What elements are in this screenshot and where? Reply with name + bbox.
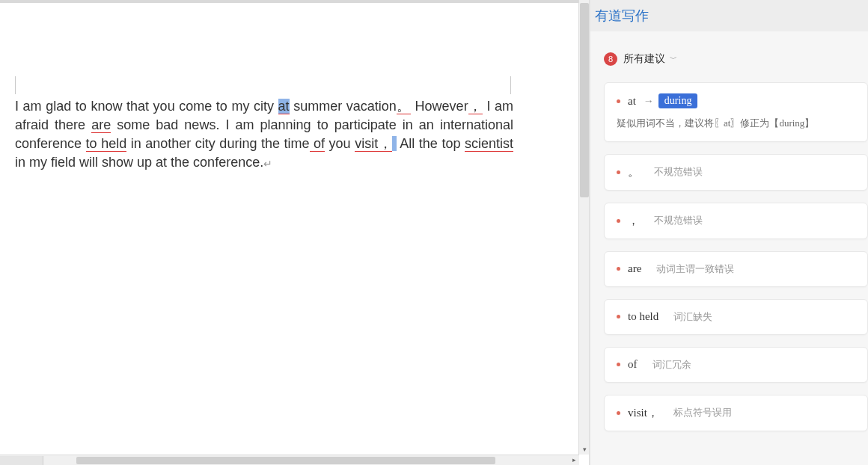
all-suggestions-toggle[interactable]: 8 所有建议 ﹀ bbox=[604, 52, 868, 66]
panel-body: 8 所有建议 ﹀ at → during 疑似用词不当，建议将〖at〗修正为【d… bbox=[590, 31, 868, 465]
dot-icon bbox=[617, 267, 620, 271]
dot-icon bbox=[617, 315, 620, 318]
err-are[interactable]: are bbox=[91, 117, 111, 133]
err-of[interactable]: of bbox=[310, 136, 326, 152]
suggestion-desc: 词汇冗余 bbox=[652, 358, 691, 372]
arrow-right-icon: → bbox=[644, 95, 654, 107]
suggestion-key: at bbox=[628, 95, 636, 108]
suggestion-card[interactable]: to held 词汇缺失 bbox=[604, 299, 868, 335]
text: All the top bbox=[397, 136, 465, 151]
dot-icon bbox=[617, 99, 620, 103]
err-punct-comma[interactable]: ， bbox=[468, 99, 483, 114]
suggestion-row: at → during bbox=[617, 93, 855, 108]
suggestion-key: ， bbox=[628, 214, 639, 228]
suggestion-desc: 标点符号误用 bbox=[673, 406, 732, 419]
panel-header: 有道写作 bbox=[590, 0, 868, 31]
suggestion-row: 。 不规范错误 bbox=[617, 165, 855, 179]
suggestion-row: of 词汇冗余 bbox=[617, 358, 855, 372]
document-text[interactable]: I am glad to know that you come to my ci… bbox=[15, 97, 513, 173]
scroll-right-icon[interactable]: ▸ bbox=[572, 456, 576, 464]
suggestion-desc: 不规范错误 bbox=[654, 214, 703, 227]
suggestion-card[interactable]: ， 不规范错误 bbox=[604, 203, 868, 239]
err-visit[interactable]: visit， bbox=[355, 136, 392, 152]
suggestion-card[interactable]: visit， 标点符号误用 bbox=[604, 395, 868, 431]
horizontal-scrollbar[interactable]: ▸ bbox=[0, 455, 579, 465]
text: However bbox=[411, 99, 468, 114]
suggestion-replacement[interactable]: during bbox=[658, 93, 698, 108]
vertical-scrollbar-thumb[interactable] bbox=[580, 3, 589, 197]
suggestion-card-expanded[interactable]: at → during 疑似用词不当，建议将〖at〗修正为【during】 bbox=[604, 82, 868, 142]
panel-title: 有道写作 bbox=[595, 7, 649, 25]
suggestion-row: ， 不规范错误 bbox=[617, 214, 855, 228]
suggestion-row: visit， 标点符号误用 bbox=[617, 406, 855, 420]
suggestions-panel: 有道写作 8 所有建议 ﹀ at → during 疑似用词不当，建议将〖at〗… bbox=[590, 0, 868, 465]
text: you bbox=[325, 136, 355, 151]
scroll-down-icon[interactable]: ▾ bbox=[581, 446, 588, 453]
text: I am glad to know that you come to my ci… bbox=[15, 99, 278, 114]
text: in my field will show up at the conferen… bbox=[15, 155, 263, 170]
suggestion-key: are bbox=[628, 262, 641, 275]
suggestion-card[interactable]: are 动词主谓一致错误 bbox=[604, 251, 868, 287]
suggestion-desc: 动词主谓一致错误 bbox=[656, 262, 734, 276]
hscroll-left-box[interactable] bbox=[0, 456, 43, 465]
paragraph-mark-icon: ↵ bbox=[263, 158, 272, 170]
dot-icon bbox=[617, 411, 620, 415]
dot-icon bbox=[617, 219, 620, 223]
suggestion-row: to held 词汇缺失 bbox=[617, 310, 855, 324]
err-punct-dot[interactable]: 。 bbox=[397, 99, 411, 114]
suggestion-key: 。 bbox=[628, 165, 639, 179]
chevron-down-icon: ﹀ bbox=[670, 54, 677, 64]
suggestion-detail: 疑似用词不当，建议将〖at〗修正为【during】 bbox=[617, 116, 855, 131]
suggestion-key: to held bbox=[628, 310, 658, 323]
err-toheld[interactable]: to held bbox=[86, 136, 127, 152]
suggestion-desc: 词汇缺失 bbox=[673, 310, 712, 324]
vertical-scrollbar[interactable]: ▾ bbox=[578, 0, 589, 455]
editor-pane: I am glad to know that you come to my ci… bbox=[0, 0, 590, 465]
text: in another city during the time bbox=[126, 136, 309, 151]
suggestion-count-badge: 8 bbox=[604, 52, 617, 66]
suggestion-row: are 动词主谓一致错误 bbox=[617, 262, 855, 276]
all-suggestions-label: 所有建议 bbox=[623, 52, 665, 66]
dot-icon bbox=[617, 363, 620, 366]
err-at[interactable]: at bbox=[278, 99, 290, 114]
err-scientist[interactable]: scientist bbox=[465, 136, 513, 152]
dot-icon bbox=[617, 170, 620, 174]
page-top-margin bbox=[0, 3, 578, 81]
text: summer vacation bbox=[290, 99, 397, 114]
horizontal-scrollbar-thumb[interactable] bbox=[76, 457, 495, 464]
suggestion-key: visit， bbox=[628, 406, 658, 420]
suggestion-card[interactable]: of 词汇冗余 bbox=[604, 347, 868, 383]
suggestion-key: of bbox=[628, 358, 638, 371]
suggestion-desc: 不规范错误 bbox=[654, 165, 703, 179]
suggestion-card[interactable]: 。 不规范错误 bbox=[604, 154, 868, 191]
